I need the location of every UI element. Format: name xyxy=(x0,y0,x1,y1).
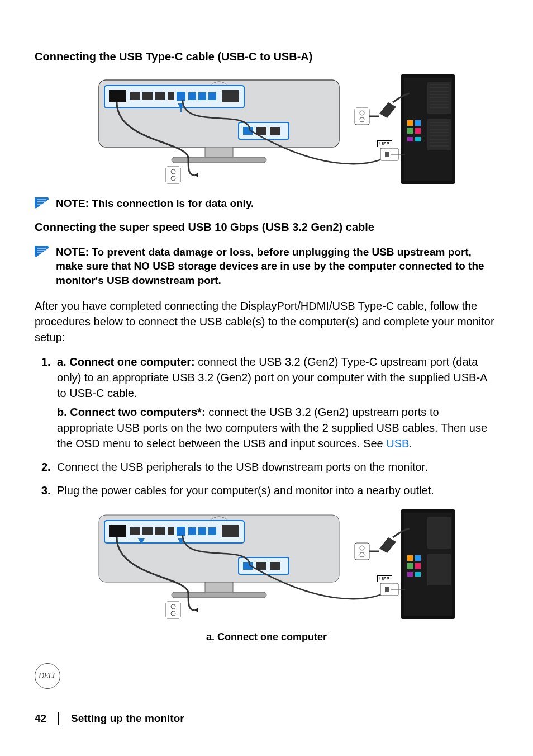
svg-rect-79 xyxy=(222,525,239,537)
note-data-only: NOTE: This connection is for data only. xyxy=(35,196,498,211)
step-1b-label: b. Connect two computers*: xyxy=(57,406,206,418)
page-number: 42 xyxy=(35,712,46,725)
svg-marker-57 xyxy=(35,197,49,209)
footer-divider: │ xyxy=(55,712,62,725)
svg-rect-92 xyxy=(427,554,451,585)
diagram-connect-one-computer: USB xyxy=(77,509,456,621)
svg-rect-73 xyxy=(177,527,185,536)
svg-rect-7 xyxy=(155,92,165,100)
svg-rect-97 xyxy=(407,572,413,577)
page-footer: 42 │ Setting up the monitor xyxy=(35,712,184,725)
svg-rect-17 xyxy=(172,157,266,163)
svg-rect-4 xyxy=(109,90,126,102)
svg-rect-98 xyxy=(415,572,421,577)
step-3-number: 3. xyxy=(41,483,51,498)
connection-diagram-svg-2 xyxy=(77,509,456,621)
svg-rect-46 xyxy=(407,128,413,134)
svg-rect-96 xyxy=(415,563,421,569)
step-2: 2. Connect the USB peripherals to the US… xyxy=(57,459,498,475)
svg-rect-16 xyxy=(205,147,233,157)
svg-rect-45 xyxy=(407,120,413,126)
svg-rect-77 xyxy=(208,527,216,535)
diagram2-usb-label: USB xyxy=(377,575,392,582)
heading-usb-c-cable: Connecting the USB Type-C cable (USB-C t… xyxy=(35,50,498,63)
svg-rect-14 xyxy=(208,92,216,100)
diagram-usb-c-to-a: USB xyxy=(77,74,456,186)
svg-rect-72 xyxy=(168,527,174,535)
connection-diagram-svg xyxy=(77,74,456,186)
svg-rect-80 xyxy=(205,582,233,592)
svg-rect-75 xyxy=(188,527,196,535)
intro-paragraph: After you have completed connecting the … xyxy=(35,298,498,345)
note-icon xyxy=(35,197,49,209)
svg-rect-68 xyxy=(109,525,126,537)
step-2-number: 2. xyxy=(41,459,51,475)
step-1: 1. a. Connect one computer: connect the … xyxy=(57,354,498,451)
step-1b-text-post: . xyxy=(409,437,412,450)
svg-rect-5 xyxy=(130,92,140,100)
svg-rect-91 xyxy=(427,517,451,549)
svg-rect-8 xyxy=(168,92,174,100)
heading-usb-32-gen2: Connecting the super speed USB 10 Gbps (… xyxy=(35,221,498,234)
svg-rect-93 xyxy=(407,555,413,561)
svg-rect-94 xyxy=(407,563,413,569)
svg-rect-85 xyxy=(270,562,280,570)
setup-steps-list: 1. a. Connect one computer: connect the … xyxy=(35,354,498,498)
svg-rect-15 xyxy=(222,90,239,102)
svg-rect-71 xyxy=(155,527,165,535)
svg-rect-100 xyxy=(385,587,389,592)
svg-rect-95 xyxy=(415,555,421,561)
svg-rect-13 xyxy=(198,92,206,100)
note2-text: NOTE: To prevent data damage or loss, be… xyxy=(56,245,498,288)
svg-rect-81 xyxy=(172,592,266,598)
diagram1-usb-label: USB xyxy=(377,140,392,147)
svg-rect-49 xyxy=(407,137,413,141)
svg-rect-6 xyxy=(142,92,153,100)
svg-rect-20 xyxy=(256,127,266,135)
footer-section-title: Setting up the monitor xyxy=(71,712,184,725)
svg-rect-70 xyxy=(142,527,153,535)
step-3: 3. Plug the power cables for your comput… xyxy=(57,483,498,498)
step-1-number: 1. xyxy=(41,354,51,370)
svg-rect-9 xyxy=(177,92,185,101)
note-data-damage: NOTE: To prevent data damage or loss, be… xyxy=(35,245,498,288)
svg-rect-69 xyxy=(130,527,140,535)
svg-rect-48 xyxy=(415,128,421,134)
svg-rect-50 xyxy=(415,137,421,141)
svg-marker-61 xyxy=(35,246,49,257)
diagram2-caption: a. Connect one computer xyxy=(35,631,498,643)
step-3-text: Plug the power cables for your computer(… xyxy=(57,484,434,497)
dell-logo-badge: DELL xyxy=(35,663,60,689)
svg-rect-84 xyxy=(256,562,266,570)
svg-rect-12 xyxy=(188,92,196,100)
note1-text: NOTE: This connection is for data only. xyxy=(56,196,254,211)
svg-rect-47 xyxy=(415,120,421,126)
step-1a-label: a. Connect one computer: xyxy=(57,356,195,368)
step-2-text: Connect the USB peripherals to the USB d… xyxy=(57,461,428,473)
note-icon xyxy=(35,246,49,257)
svg-rect-76 xyxy=(198,527,206,535)
svg-rect-52 xyxy=(385,152,389,157)
svg-rect-21 xyxy=(270,127,280,135)
usb-link[interactable]: USB xyxy=(386,437,409,450)
